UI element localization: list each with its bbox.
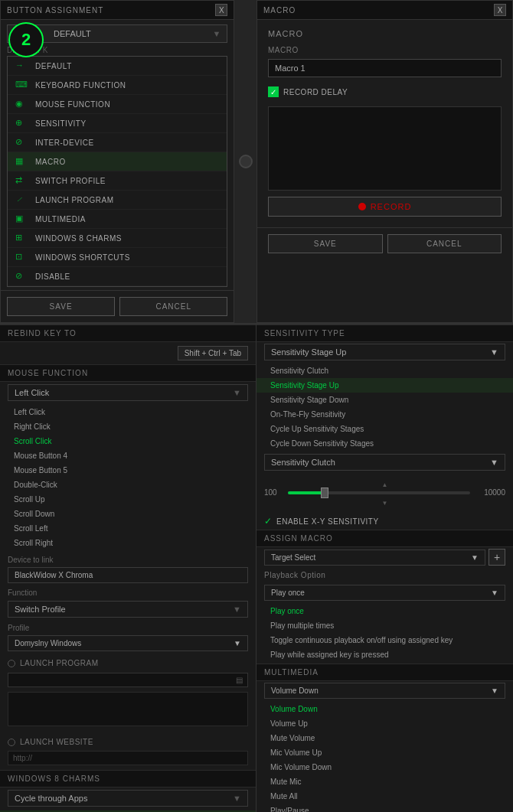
record-label: RECORD — [371, 202, 412, 211]
launch-website-label: LAUNCH WEBSITE — [20, 738, 93, 746]
menu-item-default[interactable]: → DEFAULT — [8, 57, 227, 76]
menu-item-label: KEYBOARD FUNCTION — [35, 81, 126, 90]
left-column: REBIND KEY TO Shift + Ctrl + Tab MOUSE F… — [0, 324, 256, 812]
btn-panel-footer: SAVE CaNCEL — [1, 290, 234, 322]
menu-item-label: MACRO — [35, 158, 66, 166]
mouse-fn-item-double-click[interactable]: Double-Click — [0, 478, 256, 492]
on-the-fly-option[interactable]: On-The-Fly Sensitivity — [256, 407, 513, 422]
number-badge: 2 — [8, 22, 44, 57]
slider-top-arrows: ▲ — [264, 481, 505, 488]
menu-item-mouse[interactable]: ◉ MOUSE FUNCTION — [8, 95, 227, 114]
multimedia-selected: Volume Down — [271, 686, 319, 695]
sensitivity-stage-up-option[interactable]: Sensitivity Stage Up — [256, 378, 513, 393]
record-delay-checkbox[interactable]: ✓ — [268, 86, 279, 97]
slider-thumb[interactable] — [321, 488, 328, 498]
multimedia-volume-up[interactable]: Volume Up — [256, 716, 513, 731]
slider-down-icon: ▼ — [382, 500, 388, 507]
slider-track[interactable] — [288, 491, 470, 494]
playback-dropdown[interactable]: Play once ▼ — [264, 585, 505, 601]
add-macro-button[interactable]: + — [488, 549, 505, 566]
button-assignment-panel: BUTTON ASSIGNMENT X 2 DEFAULT ▼ DEFAULT … — [0, 0, 234, 323]
macro-name-input[interactable] — [268, 59, 502, 77]
playback-arrow-icon: ▼ — [491, 589, 498, 597]
sensitivity-clutch-option[interactable]: Sensitivity Clutch — [256, 364, 513, 378]
sensitivity-stage-down-option[interactable]: Sensitivity Stage Down — [256, 393, 513, 407]
assign-macro-dropdown[interactable]: Target Select ▼ — [264, 549, 485, 566]
mouse-fn-select[interactable]: Left Click ▼ — [8, 384, 248, 401]
mouse-fn-item-scroll-click[interactable]: Scroll Click — [0, 434, 256, 448]
mouse-fn-item-scroll-left[interactable]: Scroll Left — [0, 521, 256, 536]
playback-play-once[interactable]: Play once — [256, 604, 513, 618]
launch-browse-icon: ▤ — [236, 676, 243, 684]
slider-section: ▲ 100 10000 ▼ — [256, 472, 513, 513]
function-select-row: Switch Profile ▼ — [0, 598, 256, 620]
macro-save-button[interactable]: SAVE — [268, 234, 383, 253]
cycle-up-option[interactable]: Cycle Up Sensitivity Stages — [256, 422, 513, 436]
save-button[interactable]: SAVE — [7, 297, 115, 316]
mouse-fn-list: Left Click Right Click Scroll Click Mous… — [0, 403, 256, 552]
cycle-down-option[interactable]: Cycle Down Sensitivity Stages — [256, 436, 513, 451]
xy-label: ENABLE X-Y SENSITIVITY — [276, 517, 379, 526]
mouse-fn-item-left-click[interactable]: Left Click — [0, 405, 256, 419]
mouse-fn-item-scroll-down[interactable]: Scroll Down — [0, 507, 256, 521]
assign-macro-header: ASSIGN MACRO — [256, 530, 513, 547]
menu-item-multimedia[interactable]: ▣ MULTIMEDIA — [8, 210, 227, 229]
charms-selected: Cycle through Apps — [15, 794, 87, 803]
sensitivity-clutch-dropdown[interactable]: Sensitivity Clutch ▼ — [264, 454, 505, 471]
charms-select[interactable]: Cycle through Apps ▼ — [8, 790, 248, 807]
function-select[interactable]: Switch Profile ▼ — [8, 601, 248, 618]
sensitivity-type-dropdown[interactable]: Sensitivity Stage Up ▼ — [264, 344, 505, 360]
launch-program-radio[interactable] — [8, 660, 15, 667]
menu-item-windows-8-charms[interactable]: ⊞ WINDOWS 8 CHARMS — [8, 229, 227, 248]
function-value: Switch Profile — [15, 605, 66, 614]
menu-item-launch-program[interactable]: ⟋ LAUNCH PROGRAM — [8, 191, 227, 210]
btn-panel-close[interactable]: X — [215, 4, 227, 16]
mouse-fn-item-scroll-right[interactable]: Scroll Right — [0, 536, 256, 550]
profile-dropdown[interactable]: Domyslny Windows ▼ — [8, 635, 248, 651]
slider-row: 100 10000 — [264, 488, 505, 497]
mouse-fn-item-btn5[interactable]: Mouse Button 5 — [0, 463, 256, 478]
record-delay-row: ✓ RECORD DELAY — [257, 83, 512, 100]
function-arrow-icon: ▼ — [233, 605, 241, 614]
menu-item-disable[interactable]: ⊘ DISABLE — [8, 267, 227, 286]
launch-program-section: LAUNCH PROGRAM ▤ — [0, 653, 256, 732]
launch-program-input[interactable]: ▤ — [8, 673, 248, 687]
menu-item-keyboard[interactable]: ⌨ KEYBOARD FUNCTION — [8, 76, 227, 95]
cancel-button[interactable]: CaNCEL — [119, 297, 227, 316]
multimedia-volume-down[interactable]: Volume Down — [256, 702, 513, 716]
record-button[interactable]: RECORD — [268, 197, 502, 217]
multimedia-play-pause[interactable]: Play/Pause — [256, 804, 513, 812]
launch-program-area — [8, 692, 248, 726]
playback-toggle[interactable]: Toggle continuous playback on/off using … — [256, 633, 513, 647]
website-input[interactable]: http:// — [8, 751, 248, 765]
mouse-fn-item-btn4[interactable]: Mouse Button 4 — [0, 448, 256, 463]
menu-item-label: LAUNCH PROGRAM — [35, 196, 114, 204]
playback-play-multiple[interactable]: Play multiple times — [256, 618, 513, 633]
menu-item-inter-device[interactable]: ⊘ INTER-DEVICE — [8, 133, 227, 152]
multimedia-mute-all[interactable]: Mute All — [256, 789, 513, 804]
macro-close-button[interactable]: X — [494, 4, 506, 16]
keybind-row: Shift + Ctrl + Tab — [0, 342, 256, 364]
multimedia-mute-mic[interactable]: Mute Mic — [256, 774, 513, 789]
charms-select-row: Cycle through Apps ▼ — [0, 788, 256, 809]
menu-item-macro[interactable]: ▦ MACRO — [8, 152, 227, 171]
menu-item-switch-profile[interactable]: ⇄ SWITCH PROFILE — [8, 171, 227, 191]
mouse-fn-item-scroll-up[interactable]: Scroll Up — [0, 492, 256, 507]
mouse-fn-item-right-click[interactable]: Right Click — [0, 419, 256, 434]
playback-while-pressed[interactable]: Play while assigned key is pressed — [256, 647, 513, 662]
multimedia-mute-volume[interactable]: Mute Volume — [256, 731, 513, 745]
multimedia-mic-down[interactable]: Mic Volume Down — [256, 760, 513, 774]
launch-website-radio[interactable] — [8, 739, 15, 746]
multimedia-dropdown[interactable]: Volume Down ▼ — [264, 683, 505, 699]
charms-list: Cycle through Apps Snap App to Right/Lef… — [0, 809, 256, 812]
menu-item-windows-shortcuts[interactable]: ⊡ WINDOWS SHORTCUTS — [8, 248, 227, 267]
assign-macro-value: Target Select — [271, 553, 315, 562]
mouse-fn-select-row: Left Click ▼ — [0, 382, 256, 403]
macro-recording-area — [268, 106, 502, 191]
menu-item-label: WINDOWS 8 CHARMS — [35, 234, 122, 243]
macro-cancel-button[interactable]: CANCEL — [387, 234, 502, 253]
assign-macro-arrow-icon: ▼ — [471, 553, 479, 562]
menu-item-sensitivity[interactable]: ⊕ SENSITIVITY — [8, 114, 227, 133]
multimedia-mic-up[interactable]: Mic Volume Up — [256, 745, 513, 760]
windows-shortcuts-icon: ⊡ — [15, 252, 29, 263]
